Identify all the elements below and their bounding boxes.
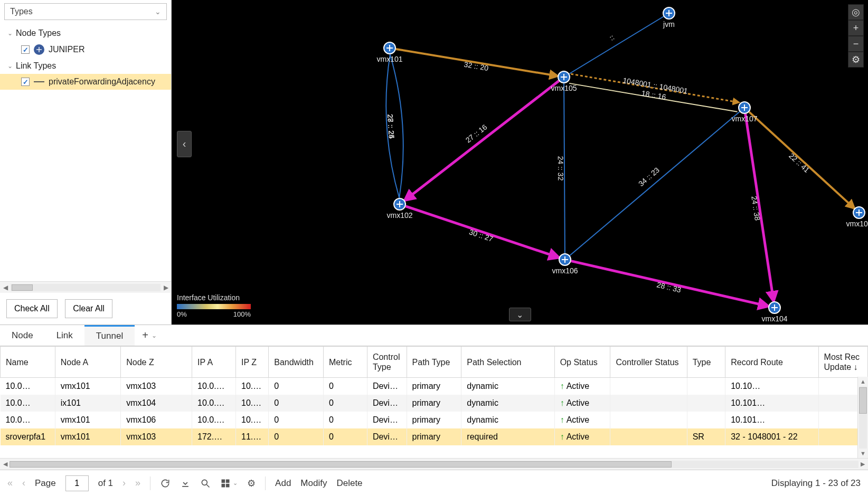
- node-label: jvm: [663, 20, 675, 28]
- node-vmx101[interactable]: vmx101: [376, 42, 402, 63]
- status-up-icon: ↑: [560, 381, 564, 390]
- col-pathSel[interactable]: Path Selection: [461, 347, 554, 378]
- grid-vscrollbar[interactable]: ▲ ▼: [857, 377, 868, 458]
- tree-item-juniper[interactable]: JUNIPER: [0, 41, 171, 58]
- scroll-left-icon[interactable]: ◀: [0, 284, 11, 291]
- scroll-up-icon[interactable]: ▲: [858, 377, 868, 386]
- zoom-out-button[interactable]: −: [848, 36, 864, 52]
- prev-page-button[interactable]: ‹: [22, 478, 25, 489]
- grid-hscrollbar[interactable]: ◀ ▶: [0, 458, 868, 470]
- col-bw[interactable]: Bandwidth: [269, 347, 324, 378]
- scroll-left-icon[interactable]: ◀: [3, 461, 7, 468]
- sidebar-buttons: Check All Clear All: [0, 293, 171, 325]
- node-vmx102[interactable]: vmx102: [386, 198, 412, 220]
- page-input[interactable]: [65, 475, 89, 491]
- map-settings-button[interactable]: ⚙: [848, 52, 864, 68]
- recenter-button[interactable]: ◎: [848, 4, 864, 20]
- col-type[interactable]: Type: [687, 347, 725, 378]
- link-label: 32 :: 20: [464, 60, 489, 72]
- view-toggle-button[interactable]: ⌄: [220, 478, 238, 489]
- next-page-button[interactable]: ›: [122, 478, 126, 489]
- col-nodeA[interactable]: Node A: [55, 347, 120, 378]
- col-metric[interactable]: Metric: [323, 347, 367, 378]
- tree-group-node-types[interactable]: ⌄ Node Types: [0, 25, 171, 41]
- modify-button[interactable]: Modify: [300, 478, 327, 489]
- topology-svg[interactable]: ::32 :: 201048001 :: 104800118 :: 1627 :…: [172, 0, 868, 325]
- col-op[interactable]: Op Status: [554, 347, 610, 378]
- table-row[interactable]: 10.0…vmx101vmx10610.0.…10.…00Devi…primar…: [1, 412, 868, 428]
- col-label: Name: [6, 357, 50, 367]
- chevron-down-icon: ⌄: [155, 7, 161, 16]
- collapse-sidebar-button[interactable]: ‹: [177, 131, 192, 157]
- last-page-button[interactable]: »: [135, 478, 140, 489]
- link-label: 34 :: 23: [637, 166, 661, 188]
- expand-panel-button[interactable]: ⌄: [509, 308, 531, 321]
- checkbox-juniper[interactable]: [21, 45, 30, 54]
- cell-pathType: primary: [407, 395, 461, 412]
- cell-type: [687, 378, 725, 395]
- link-vmx107-vmx106[interactable]: [570, 112, 740, 255]
- check-all-button[interactable]: Check All: [6, 299, 58, 318]
- chevron-down-icon: ⌄: [7, 30, 13, 37]
- svg-line-27: [207, 484, 210, 487]
- cell-rr: 10.10…: [725, 378, 818, 395]
- cell-pathType: primary: [407, 378, 461, 395]
- plus-icon: +: [142, 329, 148, 341]
- topology-canvas[interactable]: ::32 :: 201048001 :: 104800118 :: 1627 :…: [172, 0, 868, 325]
- cell-rr: 10.101…: [725, 395, 818, 412]
- link-label: 24 :: 38: [750, 195, 762, 221]
- tab-node[interactable]: Node: [0, 325, 45, 346]
- table-row[interactable]: sroverpfa1vmx101vmx103172.…11.…00Devi…pr…: [1, 428, 868, 445]
- left-sidebar: Types ⌄ ⌄ Node Types JUNIPER ⌄ Link Type…: [0, 0, 172, 325]
- scroll-right-icon[interactable]: ▶: [161, 284, 171, 291]
- node-types-label: Node Types: [16, 28, 61, 38]
- col-nodeZ[interactable]: Node Z: [121, 347, 192, 378]
- col-ctrl[interactable]: Control Type: [367, 347, 407, 378]
- legend-max: 100%: [233, 310, 251, 318]
- col-label: Record Route: [731, 357, 813, 367]
- node-vmx107[interactable]: vmx107: [731, 102, 757, 123]
- status-up-icon: ↑: [560, 432, 564, 441]
- col-name[interactable]: Name: [1, 347, 55, 378]
- tree-item-pfa[interactable]: privateForwardingAdjacency: [0, 74, 171, 90]
- download-button[interactable]: [180, 478, 191, 489]
- col-label: Node Z: [126, 357, 186, 367]
- add-tab-button[interactable]: + ⌄: [135, 329, 164, 341]
- node-vmx103[interactable]: vmx103: [846, 207, 868, 228]
- sidebar-hscrollbar[interactable]: ◀ ▶: [0, 281, 171, 293]
- cell-ipA: 10.0.…: [192, 378, 236, 395]
- first-page-button[interactable]: «: [7, 478, 13, 489]
- cell-ctrl: Devi…: [367, 412, 407, 428]
- col-ipZ[interactable]: IP Z: [235, 347, 268, 378]
- refresh-button[interactable]: [160, 478, 171, 489]
- delete-button[interactable]: Delete: [336, 478, 362, 489]
- col-upd[interactable]: Most Rec Update ↓: [818, 347, 867, 378]
- tab-link[interactable]: Link: [45, 325, 84, 346]
- scroll-right-icon[interactable]: ▶: [861, 461, 865, 468]
- node-jvm[interactable]: jvm: [663, 7, 675, 28]
- checkbox-pfa[interactable]: [21, 78, 30, 86]
- search-button[interactable]: [200, 478, 211, 489]
- col-rr[interactable]: Record Route: [725, 347, 818, 378]
- tree-group-link-types[interactable]: ⌄ Link Types: [0, 58, 171, 74]
- table-row[interactable]: 10.0…ix101vmx10410.0.…10.…00Devi…primary…: [1, 395, 868, 412]
- zoom-in-button[interactable]: +: [848, 20, 864, 36]
- settings-button[interactable]: ⚙: [247, 478, 256, 489]
- col-cstat[interactable]: Controller Status: [610, 347, 687, 378]
- node-label: vmx102: [386, 211, 412, 220]
- tab-tunnel[interactable]: Tunnel: [84, 325, 135, 346]
- col-pathType[interactable]: Path Type: [407, 347, 461, 378]
- types-dropdown[interactable]: Types ⌄: [4, 3, 167, 20]
- scroll-down-icon[interactable]: ▼: [858, 449, 868, 458]
- add-button[interactable]: Add: [275, 478, 291, 489]
- link-jvm-vmx105[interactable]: [569, 16, 663, 74]
- svg-rect-28: [222, 479, 225, 483]
- cell-ipA: 10.0.…: [192, 412, 236, 428]
- table-row[interactable]: 10.0…vmx101vmx10310.0.…10.…00Devi…primar…: [1, 378, 868, 395]
- cell-rr: 10.101…: [725, 412, 818, 428]
- clear-all-button[interactable]: Clear All: [65, 299, 112, 318]
- link-vmx105-vmx102[interactable]: [404, 81, 559, 200]
- cell-type: [687, 395, 725, 412]
- cell-ctrl: Devi…: [367, 428, 407, 445]
- col-ipA[interactable]: IP A: [192, 347, 236, 378]
